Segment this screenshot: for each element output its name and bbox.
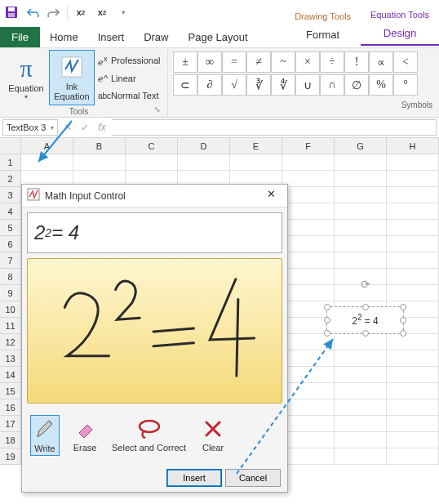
symbol-button[interactable]: ±: [173, 51, 197, 73]
fx-icon[interactable]: fx: [95, 120, 109, 135]
erase-tool[interactable]: Erase: [71, 415, 99, 456]
superscript-icon[interactable]: x2: [94, 4, 110, 20]
close-icon[interactable]: ✕: [259, 188, 282, 204]
cell[interactable]: [387, 171, 439, 187]
cell[interactable]: [335, 350, 387, 367]
symbol-button[interactable]: %: [369, 74, 393, 96]
tab-file[interactable]: File: [0, 27, 40, 47]
symbol-button[interactable]: ÷: [320, 51, 344, 73]
cell[interactable]: [282, 416, 335, 432]
cell[interactable]: [282, 285, 335, 301]
cell[interactable]: [387, 285, 439, 301]
tab-home[interactable]: Home: [40, 27, 88, 47]
symbol-button[interactable]: ∅: [344, 74, 369, 96]
cell[interactable]: [335, 448, 387, 465]
row-header[interactable]: 5: [0, 220, 21, 236]
row-header[interactable]: 18: [0, 432, 21, 448]
cell[interactable]: [335, 154, 387, 171]
symbol-button[interactable]: ∜: [271, 74, 295, 96]
linear-option[interactable]: ℯ^Linear: [98, 74, 161, 85]
row-header[interactable]: 19: [0, 448, 21, 465]
cell[interactable]: [387, 154, 439, 171]
select-correct-tool[interactable]: Select and Correct: [110, 415, 188, 456]
row-header[interactable]: 13: [0, 350, 21, 367]
resize-handle[interactable]: [324, 304, 330, 310]
column-header[interactable]: H: [387, 138, 439, 154]
cell[interactable]: [282, 252, 335, 269]
cell[interactable]: [335, 220, 387, 236]
column-header[interactable]: D: [178, 138, 230, 154]
cell[interactable]: [282, 367, 335, 383]
cell[interactable]: [282, 171, 335, 187]
undo-icon[interactable]: [24, 4, 41, 20]
cell[interactable]: [335, 187, 387, 203]
cell[interactable]: [387, 367, 439, 383]
cell[interactable]: [335, 171, 387, 187]
row-header[interactable]: 1: [0, 154, 21, 171]
cell[interactable]: [335, 252, 387, 269]
row-header[interactable]: 10: [0, 301, 21, 318]
name-box[interactable]: TextBox 3▾: [2, 119, 58, 136]
symbol-button[interactable]: √: [222, 74, 246, 96]
row-header[interactable]: 7: [0, 252, 21, 269]
cell[interactable]: [335, 236, 387, 252]
row-header[interactable]: 8: [0, 269, 21, 285]
symbol-button[interactable]: ~: [271, 51, 295, 73]
cell[interactable]: [387, 203, 439, 220]
cell[interactable]: [387, 350, 439, 367]
subscript-icon[interactable]: x2: [73, 4, 89, 20]
symbol-button[interactable]: ×: [295, 51, 320, 73]
dialog-titlebar[interactable]: Math Input Control ✕: [22, 185, 287, 207]
column-header[interactable]: E: [230, 138, 282, 154]
symbol-button[interactable]: ∂: [197, 74, 222, 96]
cell[interactable]: [21, 154, 73, 171]
cell[interactable]: [335, 334, 387, 350]
resize-handle[interactable]: [400, 317, 406, 323]
resize-handle[interactable]: [324, 317, 330, 323]
resize-handle[interactable]: [400, 304, 406, 310]
cell[interactable]: [387, 187, 439, 203]
symbol-button[interactable]: !: [344, 51, 369, 73]
chevron-down-icon[interactable]: ▾: [51, 124, 54, 132]
column-header[interactable]: A: [21, 138, 73, 154]
cell[interactable]: [282, 350, 335, 367]
row-header[interactable]: 17: [0, 416, 21, 432]
cell[interactable]: [282, 432, 335, 448]
tab-page-layout[interactable]: Page Layout: [179, 27, 258, 47]
resize-handle[interactable]: [400, 330, 406, 337]
select-all-corner[interactable]: [0, 138, 21, 154]
column-header[interactable]: C: [126, 138, 178, 154]
cell[interactable]: [282, 269, 335, 285]
row-header[interactable]: 4: [0, 203, 21, 220]
cell[interactable]: [282, 154, 335, 171]
symbol-button[interactable]: ≠: [246, 51, 271, 73]
cell[interactable]: [387, 448, 439, 465]
professional-option[interactable]: ℯxProfessional: [98, 55, 161, 68]
row-header[interactable]: 6: [0, 236, 21, 252]
cell[interactable]: [282, 203, 335, 220]
cancel-icon[interactable]: ✕: [60, 120, 75, 135]
cell[interactable]: [335, 432, 387, 448]
cell[interactable]: [335, 416, 387, 432]
row-header[interactable]: 12: [0, 334, 21, 350]
tab-insert[interactable]: Insert: [88, 27, 135, 47]
cell[interactable]: [282, 236, 335, 252]
formula-input[interactable]: [112, 119, 437, 136]
symbol-button[interactable]: ∞: [197, 51, 222, 73]
tab-format[interactable]: Format: [285, 24, 361, 46]
cancel-button[interactable]: Cancel: [225, 469, 281, 487]
cell[interactable]: [73, 154, 126, 171]
cell[interactable]: [282, 448, 335, 465]
rotate-handle-icon[interactable]: ⟳: [361, 278, 370, 291]
clear-tool[interactable]: Clear: [199, 415, 227, 456]
row-header[interactable]: 9: [0, 285, 21, 301]
column-header[interactable]: B: [73, 138, 126, 154]
cell[interactable]: [387, 399, 439, 416]
write-tool[interactable]: Write: [30, 415, 60, 456]
resize-handle[interactable]: [362, 304, 369, 310]
cell[interactable]: [387, 416, 439, 432]
qat-dropdown-icon[interactable]: ▾: [115, 4, 131, 20]
redo-icon[interactable]: [46, 4, 62, 20]
cell[interactable]: [335, 383, 387, 399]
column-header[interactable]: F: [282, 138, 335, 154]
